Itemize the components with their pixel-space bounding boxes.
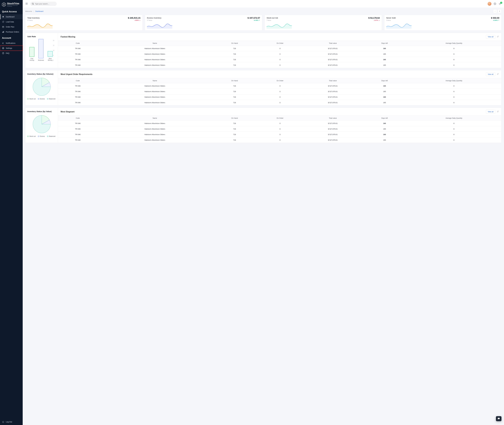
stat-delta: -1.07% bbox=[374, 20, 380, 21]
table-header: Total value bbox=[303, 116, 363, 121]
sidebar-item-load-data[interactable]: Load Data bbox=[0, 19, 23, 24]
svg-rect-1 bbox=[2, 26, 4, 28]
table-row[interactable]: TR-546Hailstorm Alluminium Sliders7160$ … bbox=[58, 83, 501, 89]
view-all-button[interactable]: View all bbox=[486, 110, 495, 113]
chat-fab[interactable] bbox=[496, 416, 502, 421]
search-input[interactable] bbox=[30, 2, 57, 6]
reload-icon bbox=[2, 21, 4, 23]
table-header: Name bbox=[97, 116, 212, 121]
table-header: On Hand bbox=[212, 78, 257, 83]
inv-value-chart bbox=[32, 115, 51, 134]
stat-delta: +0.45% bbox=[254, 20, 260, 21]
stat-items: 27 items bbox=[27, 20, 33, 21]
avatar[interactable] bbox=[488, 2, 491, 6]
breadcrumb-root: Welcome bbox=[25, 10, 32, 12]
svg-point-8 bbox=[3, 48, 3, 48]
sort-icon[interactable] bbox=[497, 111, 499, 113]
gear-icon[interactable] bbox=[493, 2, 497, 5]
sparkline bbox=[27, 22, 52, 29]
stat-items: 2 items bbox=[386, 20, 391, 21]
stat-value: $ 550.00 bbox=[491, 17, 499, 19]
search-icon bbox=[32, 3, 34, 6]
sidebar-item-order-plan[interactable]: Order Plan bbox=[0, 24, 23, 29]
logo[interactable]: StockTrim SMARTER INVENTORY PLANNING bbox=[0, 0, 23, 8]
stat-card[interactable]: Total Inventory$ 245,915.1527 items-4.66… bbox=[25, 15, 143, 31]
table-row[interactable]: TR-546Hailstorm Alluminium Sliders7160$ … bbox=[58, 57, 501, 62]
svg-rect-7 bbox=[4, 31, 4, 33]
stagnant-title: Most Stagnant bbox=[61, 111, 74, 113]
stat-card[interactable]: Excess Inventory$ 197,572.0717 items+0.4… bbox=[145, 15, 262, 31]
table-header: On Order bbox=[257, 41, 303, 46]
sidebar-item-faq[interactable]: FAQ bbox=[0, 51, 23, 56]
logout-button[interactable]: Log Out bbox=[0, 419, 23, 425]
sidebar-item-purchase-orders[interactable]: Purchase Orders bbox=[0, 29, 23, 34]
table-header: Total value bbox=[303, 41, 363, 46]
sidebar-item-settings[interactable]: Settings bbox=[0, 46, 23, 51]
table-header: Days left bbox=[363, 41, 407, 46]
home-icon bbox=[2, 16, 4, 18]
table-header: Average Daily Quantity bbox=[407, 78, 501, 83]
svg-rect-6 bbox=[3, 32, 3, 33]
sidebar-item-label: Dashboard bbox=[6, 16, 14, 18]
table-header: Days left bbox=[363, 78, 407, 83]
sidebar-item-label: Notifications bbox=[6, 42, 15, 44]
stat-card[interactable]: Never Sold$ 550.002 items+0.66% bbox=[384, 15, 502, 31]
stat-title: Stock-out risk bbox=[267, 17, 278, 19]
legend-item: Balanced bbox=[47, 135, 55, 137]
inv-volume-chart bbox=[32, 77, 51, 97]
table-row[interactable]: TR-546Hailstorm Alluminium Sliders7160$ … bbox=[58, 89, 501, 94]
calendar-icon bbox=[2, 26, 4, 28]
table-row[interactable]: TR-546Hailstorm Alluminium Sliders7160$ … bbox=[58, 132, 501, 137]
urgent-title: Most Urgent Order Requirements bbox=[61, 73, 92, 75]
stat-value: $ 245,915.15 bbox=[128, 17, 140, 19]
data-table: CodeNameOn HandOn OrderTotal valueDays l… bbox=[58, 115, 501, 143]
table-row[interactable]: TR-546Hailstorm Alluminium Sliders7160$ … bbox=[58, 51, 501, 57]
pager-prev[interactable] bbox=[493, 9, 497, 13]
stat-title: Excess Inventory bbox=[147, 17, 162, 19]
megaphone-icon[interactable]: 3 bbox=[498, 2, 502, 5]
breadcrumb-current[interactable]: Dashboard bbox=[35, 10, 44, 12]
table-header: Name bbox=[97, 41, 212, 46]
sidebar: StockTrim SMARTER INVENTORY PLANNING Qui… bbox=[0, 0, 23, 425]
data-table: CodeNameOn HandOn OrderTotal valueDays l… bbox=[58, 78, 501, 105]
table-header: Total value bbox=[303, 78, 363, 83]
sale-rate-title: Sale Rate bbox=[27, 35, 56, 38]
pager-next[interactable] bbox=[498, 9, 502, 13]
brand-name: StockTrim bbox=[7, 2, 21, 5]
table-row[interactable]: TR-546Hailstorm Alluminium Sliders7160$ … bbox=[58, 121, 501, 126]
hamburger-icon[interactable] bbox=[25, 2, 28, 5]
stat-card[interactable]: Stock-out risk$ 54,178.647 items-1.07% bbox=[265, 15, 382, 31]
inv-volume-title: Inventory Status (by Volume) bbox=[27, 73, 56, 75]
sidebar-item-notifications[interactable]: Notifications bbox=[0, 41, 23, 46]
table-header: On Hand bbox=[212, 116, 257, 121]
sidebar-item-label: FAQ bbox=[6, 52, 9, 54]
section-quick-access: Quick Access bbox=[0, 8, 23, 14]
table-header: Name bbox=[97, 78, 212, 83]
logo-icon bbox=[2, 2, 6, 7]
fastest-title: Fastest Moving bbox=[61, 36, 75, 38]
sort-icon[interactable] bbox=[497, 36, 499, 38]
table-row[interactable]: TR-546Hailstorm Alluminium Sliders7160$ … bbox=[58, 62, 501, 68]
power-icon bbox=[2, 421, 4, 423]
table-row[interactable]: TR-546Hailstorm Alluminium Sliders7160$ … bbox=[58, 94, 501, 100]
table-row[interactable]: TR-546Hailstorm Alluminium Sliders7160$ … bbox=[58, 126, 501, 132]
legend-item: Stock out bbox=[27, 135, 36, 137]
table-row[interactable]: TR-546Hailstorm Alluminium Sliders7160$ … bbox=[58, 46, 501, 51]
table-row[interactable]: TR-546Hailstorm Alluminium Sliders7160$ … bbox=[58, 100, 501, 106]
table-header: Days left bbox=[363, 116, 407, 121]
table-header: Code bbox=[58, 78, 97, 83]
section-account: Account bbox=[0, 34, 23, 41]
sidebar-item-label: Load Data bbox=[6, 21, 14, 23]
view-all-button[interactable]: View all bbox=[486, 35, 495, 39]
table-row[interactable]: TR-546Hailstorm Alluminium Sliders7160$ … bbox=[58, 137, 501, 143]
svg-line-16 bbox=[33, 4, 34, 5]
stat-title: Never Sold bbox=[386, 17, 396, 19]
bars-icon bbox=[2, 31, 4, 33]
sort-icon[interactable] bbox=[497, 73, 499, 76]
view-all-button[interactable]: View all bbox=[486, 72, 495, 76]
table-header: Code bbox=[58, 41, 97, 46]
sidebar-item-dashboard[interactable]: Dashboard bbox=[0, 14, 23, 19]
stat-value: $ 197,572.07 bbox=[248, 17, 260, 19]
logout-label: Log Out bbox=[6, 421, 12, 423]
table-header: On Order bbox=[257, 116, 303, 121]
